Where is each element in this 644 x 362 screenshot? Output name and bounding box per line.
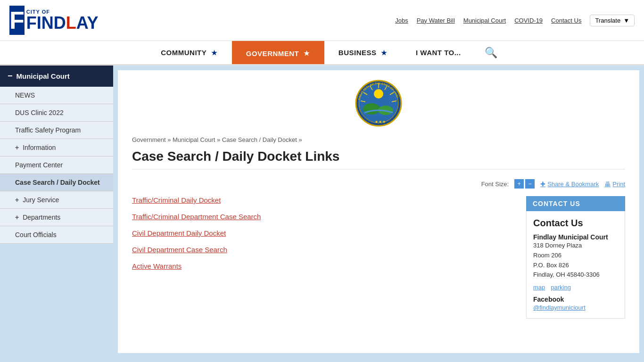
search-icon[interactable]: 🔍 [485, 47, 497, 59]
star-icon: ★ [381, 49, 388, 57]
sidebar-header: − Municipal Court [0, 66, 113, 87]
translate-label: Translate [595, 17, 620, 24]
main-links: Traffic/Criminal Daily Docket Traffic/Cr… [132, 196, 517, 279]
star-icon: ★ [304, 49, 310, 57]
sidebar-item-dus-clinic[interactable]: DUS Clinic 2022 [0, 104, 113, 122]
findlay-label: FINDLAY [26, 15, 99, 32]
contact-org: Findlay Municipal Court [533, 233, 618, 241]
ohio-seal: ★ ★ ★ GREAT SEAL OF THE STATE OF OHIO [355, 80, 402, 127]
breadcrumb-case-search[interactable]: Case Search / Daily Docket [222, 136, 297, 143]
link-civil-daily-docket[interactable]: Civil Department Daily Docket [132, 229, 517, 237]
toolbar: Font Size: + − ✚ Share & Bookmark 🖶 Prin… [132, 179, 625, 189]
minus-icon: − [8, 71, 13, 81]
svg-text:★: ★ [375, 120, 378, 124]
plus-icon: + [15, 144, 19, 151]
sidebar-item-traffic-safety[interactable]: Traffic Safety Program [0, 122, 113, 139]
page-title: Case Search / Daily Docket Links [132, 149, 625, 170]
nav-items: COMMUNITY ★ GOVERNMENT ★ BUSINESS ★ I WA… [147, 41, 497, 64]
contact-header: CONTACT US [526, 196, 625, 211]
nav-item-government[interactable]: GOVERNMENT ★ [232, 41, 324, 64]
share-bookmark-button[interactable]: ✚ Share & Bookmark [540, 181, 599, 188]
sidebar-item-payment-center[interactable]: Payment Center [0, 156, 113, 174]
contact-facebook-label: Facebook [533, 296, 618, 303]
svg-point-9 [374, 89, 383, 99]
municipal-court-link[interactable]: Municipal Court [463, 17, 506, 24]
print-button[interactable]: 🖶 Print [604, 181, 625, 188]
sidebar: − Municipal Court NEWS DUS Clinic 2022 T… [0, 66, 113, 358]
contact-links: map parking [533, 284, 618, 291]
main-nav: COMMUNITY ★ GOVERNMENT ★ BUSINESS ★ I WA… [0, 41, 644, 66]
link-traffic-criminal-daily-docket[interactable]: Traffic/Criminal Daily Docket [132, 196, 517, 204]
sidebar-item-jury-service[interactable]: + Jury Service [0, 191, 113, 209]
contact-address: 318 Dorney Plaza Room 206 P.O. Box 826 F… [533, 241, 618, 280]
content-row: Traffic/Criminal Daily Docket Traffic/Cr… [132, 196, 625, 319]
top-bar: F CITY OF FINDLAY Jobs Pay Water Bill Mu… [0, 0, 644, 41]
breadcrumb-municipal-court[interactable]: Municipal Court [173, 136, 215, 143]
font-size-buttons: + − [514, 179, 535, 189]
contact-box: CONTACT US Contact Us Findlay Municipal … [526, 196, 625, 319]
contact-body: Contact Us Findlay Municipal Court 318 D… [526, 211, 625, 319]
sidebar-title: Municipal Court [17, 72, 70, 80]
nav-item-business[interactable]: BUSINESS ★ [324, 41, 402, 64]
sidebar-item-court-officials[interactable]: Court Officials [0, 226, 113, 244]
jobs-link[interactable]: Jobs [395, 17, 408, 24]
logo-text: CITY OF FINDLAY [26, 9, 99, 32]
sidebar-item-news[interactable]: NEWS [0, 87, 113, 104]
breadcrumb-government[interactable]: Government [132, 136, 166, 143]
contact-facebook-handle[interactable]: @findlaymuniciourt [533, 304, 586, 311]
covid-link[interactable]: COVID-19 [514, 17, 543, 24]
content-area: USA − Municipal Court NEWS DUS Clinic 20… [0, 66, 644, 358]
logo-icon: F [9, 6, 25, 35]
parking-link[interactable]: parking [551, 284, 571, 291]
seal-container: ★ ★ ★ GREAT SEAL OF THE STATE OF OHIO [132, 80, 625, 127]
logo: F CITY OF FINDLAY [9, 4, 90, 37]
svg-text:★: ★ [379, 120, 382, 124]
map-link[interactable]: map [533, 284, 545, 291]
breadcrumb: Government » Municipal Court » Case Sear… [132, 136, 625, 143]
top-nav: Jobs Pay Water Bill Municipal Court COVI… [395, 15, 635, 26]
translate-button[interactable]: Translate ▼ [590, 15, 635, 26]
main-content: ★ ★ ★ GREAT SEAL OF THE STATE OF OHIO Go… [118, 70, 639, 353]
star-icon: ★ [211, 49, 218, 57]
font-increase-button[interactable]: + [514, 179, 524, 189]
font-size-label: Font Size: [481, 181, 509, 188]
contact-us-link[interactable]: Contact Us [551, 17, 581, 24]
link-active-warrants[interactable]: Active Warrants [132, 262, 517, 270]
sidebar-item-case-search[interactable]: Case Search / Daily Docket [0, 174, 113, 191]
plus-icon: + [15, 214, 19, 221]
contact-title: Contact Us [533, 218, 618, 229]
link-civil-case-search[interactable]: Civil Department Case Search [132, 246, 517, 254]
font-decrease-button[interactable]: − [525, 179, 535, 189]
logo-box[interactable]: F CITY OF FINDLAY [9, 4, 90, 37]
link-traffic-criminal-case-search[interactable]: Traffic/Criminal Department Case Search [132, 213, 517, 221]
sidebar-item-departments[interactable]: + Departments [0, 209, 113, 226]
nav-item-community[interactable]: COMMUNITY ★ [147, 41, 232, 64]
svg-text:★: ★ [382, 120, 386, 124]
print-icon: 🖶 [604, 181, 611, 188]
nav-item-i-want-to[interactable]: I WANT TO... [402, 41, 475, 64]
sidebar-item-information[interactable]: + Information [0, 139, 113, 156]
chevron-down-icon: ▼ [623, 17, 629, 24]
share-icon: ✚ [540, 181, 545, 188]
pay-water-link[interactable]: Pay Water Bill [417, 17, 455, 24]
plus-icon: + [15, 196, 19, 204]
